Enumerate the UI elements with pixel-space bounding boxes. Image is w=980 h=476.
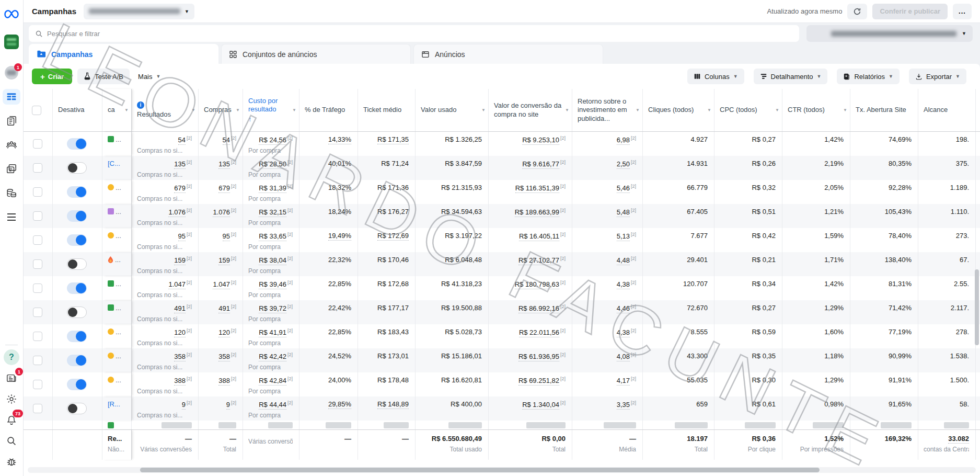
sort-caret-icon[interactable]: ▼: [707, 108, 711, 113]
billing-icon[interactable]: [4, 185, 19, 201]
more-options-button[interactable]: ...: [953, 4, 972, 19]
ad-account-avatar[interactable]: 1: [5, 66, 18, 80]
column-header-results[interactable]: iResultados▼: [132, 89, 199, 131]
columns-button[interactable]: Colunas▼: [687, 69, 744, 84]
row-checkbox[interactable]: [33, 235, 42, 245]
column-header-check[interactable]: [24, 89, 53, 131]
sort-caret-icon[interactable]: ▼: [124, 108, 129, 113]
row-checkbox[interactable]: [33, 187, 42, 197]
campaign-toggle[interactable]: [67, 186, 87, 198]
menu-icon[interactable]: [4, 209, 19, 225]
column-header-tx[interactable]: Tx. Abertura Site: [850, 89, 918, 131]
bug-report-icon[interactable]: [4, 454, 19, 470]
column-header-ctr[interactable]: CTR (todos)▼: [782, 89, 850, 131]
campaign-toggle[interactable]: [67, 282, 87, 294]
campaign-toggle[interactable]: [67, 307, 87, 318]
sort-caret-icon[interactable]: ▼: [636, 108, 640, 113]
refresh-button[interactable]: [847, 4, 867, 19]
column-header-compras[interactable]: Compras▼: [199, 89, 243, 131]
review-publish-button[interactable]: Conferir e publicar: [872, 4, 948, 19]
search-icon[interactable]: [4, 433, 19, 449]
column-header-trafego[interactable]: % de Tráfego: [299, 89, 358, 131]
tab-anuncios[interactable]: Anúncios: [413, 44, 603, 64]
pages-icon[interactable]: [4, 113, 19, 129]
business-avatar[interactable]: [4, 35, 19, 49]
campaign-toggle[interactable]: [67, 331, 87, 342]
column-header-cpc[interactable]: CPC (todos)▼: [714, 89, 782, 131]
export-button[interactable]: Exportar▼: [909, 69, 966, 84]
search-input[interactable]: [47, 30, 793, 38]
column-header-toggle[interactable]: Desativa: [53, 89, 102, 131]
row-checkbox[interactable]: [33, 356, 42, 365]
more-button[interactable]: Mais▼: [133, 69, 166, 84]
ab-test-button[interactable]: Teste A/B: [77, 69, 130, 84]
search-filter-box[interactable]: [29, 25, 799, 42]
sort-caret-icon[interactable]: ▼: [843, 108, 847, 113]
campaign-name[interactable]: ...: [116, 232, 121, 240]
select-all-checkbox[interactable]: [32, 106, 41, 115]
row-checkbox[interactable]: [33, 211, 42, 221]
horizontal-scrollbar[interactable]: [28, 467, 976, 473]
tab-campanhas[interactable]: Campanhas: [29, 44, 218, 64]
vertical-scrollbar-thumb[interactable]: [975, 269, 979, 345]
column-header-custo[interactable]: Custo por resultado↑▼: [243, 89, 299, 131]
custo-cell: R$ 42,42[2]Por compra: [243, 348, 299, 372]
row-checkbox[interactable]: [33, 380, 42, 389]
row-checkbox[interactable]: [33, 284, 42, 293]
account-selector[interactable]: ▼: [84, 4, 194, 19]
campaign-name[interactable]: ...: [116, 184, 121, 191]
help-icon[interactable]: ?: [4, 349, 19, 365]
tab-conjuntos-de-anuncios[interactable]: Conjuntos de anúncios: [221, 44, 411, 64]
campaign-toggle[interactable]: [67, 138, 87, 150]
campaign-toggle[interactable]: [67, 162, 87, 174]
column-header-cliques[interactable]: Cliques (todos)▼: [643, 89, 714, 131]
campaign-toggle[interactable]: [67, 355, 87, 366]
breakdown-button[interactable]: Detalhamento▼: [754, 69, 828, 84]
row-checkbox[interactable]: [33, 332, 42, 341]
campaign-toggle[interactable]: [67, 258, 87, 270]
column-header-retorno[interactable]: Retorno sobre o investimento em publicid…: [572, 89, 643, 131]
column-header-ticket[interactable]: Ticket médio: [358, 89, 416, 131]
meta-logo-icon[interactable]: [4, 6, 19, 22]
row-checkbox[interactable]: [33, 259, 42, 269]
column-header-usado[interactable]: Valor usado▼: [416, 89, 489, 131]
campaign-name[interactable]: ...: [116, 135, 121, 143]
sort-caret-icon[interactable]: ▼: [236, 108, 240, 113]
campaign-name[interactable]: ...: [116, 208, 121, 216]
campaign-name[interactable]: ...: [116, 280, 121, 288]
campaigns-table-icon[interactable]: [3, 89, 20, 105]
date-range-selector[interactable]: ▼: [806, 25, 973, 42]
media-library-icon[interactable]: [4, 161, 19, 177]
campaign-toggle[interactable]: [67, 379, 87, 390]
settings-icon[interactable]: [4, 391, 19, 407]
row-checkbox[interactable]: [33, 139, 42, 149]
sort-caret-icon[interactable]: ▼: [191, 108, 195, 113]
sort-caret-icon[interactable]: ▼: [292, 108, 296, 113]
campaign-name[interactable]: [R...: [108, 400, 120, 408]
campaign-name[interactable]: ...: [116, 376, 121, 384]
sort-caret-icon[interactable]: ▼: [775, 108, 779, 113]
reports-button[interactable]: Relatórios▼: [837, 69, 899, 84]
column-header-alcance[interactable]: Alcance: [918, 89, 976, 131]
campaign-name[interactable]: ...: [115, 256, 121, 264]
campaign-toggle[interactable]: [67, 403, 87, 414]
campaign-name[interactable]: ...: [116, 328, 121, 336]
row-checkbox[interactable]: [33, 404, 42, 413]
sort-caret-icon[interactable]: ▼: [565, 108, 569, 113]
column-header-name[interactable]: ca▼: [102, 89, 132, 131]
horizontal-scrollbar-thumb[interactable]: [140, 468, 820, 472]
compras-cell: 159[2]: [199, 252, 243, 276]
notifications-icon[interactable]: 73: [4, 412, 19, 428]
campaign-name[interactable]: ...: [116, 304, 121, 312]
campaign-name[interactable]: [C...: [108, 160, 120, 167]
audiences-icon[interactable]: [4, 137, 19, 153]
updates-icon[interactable]: 1: [4, 370, 19, 386]
row-checkbox[interactable]: [33, 308, 42, 317]
campaign-toggle[interactable]: [67, 234, 87, 246]
row-checkbox[interactable]: [33, 163, 42, 173]
column-header-conv[interactable]: Valor de conversão da compra no site▼: [489, 89, 572, 131]
campaign-toggle[interactable]: [67, 210, 87, 222]
campaign-name[interactable]: ...: [116, 352, 121, 360]
create-button[interactable]: +Criar: [32, 69, 72, 84]
sort-caret-icon[interactable]: ▼: [481, 108, 486, 113]
